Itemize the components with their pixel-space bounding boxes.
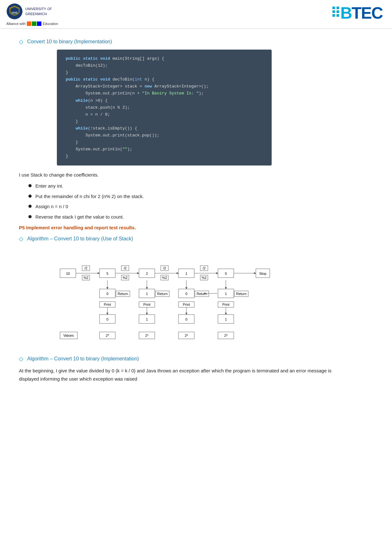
p5-heading: P5 Implement error handling and report t… — [19, 225, 373, 230]
university-logo: UoG UNIVERSITY of GREENWICH — [6, 3, 52, 20]
diamond-icon-2: ◇ — [19, 235, 23, 242]
bullet-dot — [28, 205, 32, 208]
diamond-icon-3: ◇ — [19, 355, 23, 362]
mid-val-0: 0 — [106, 292, 108, 296]
return-label-4: Return — [236, 292, 246, 296]
fpt-block-blue — [37, 21, 41, 26]
box-2: 2 — [146, 272, 148, 275]
mod-label-2: %2 — [123, 276, 128, 280]
section2-heading: ◇ Algorithm – Convert 10 to binary (Use … — [19, 235, 373, 242]
section1-heading: ◇ Convert 10 to binary (Implementation) — [19, 38, 373, 45]
stop-label: Stop — [259, 272, 267, 275]
mid-val-3: 1 — [225, 292, 227, 296]
list-item: Enter any int. — [28, 183, 373, 190]
svg-text:UoG: UoG — [12, 11, 18, 14]
page-header: UoG UNIVERSITY of GREENWICH Alliance wit… — [0, 0, 392, 29]
box-10: 10 — [66, 272, 70, 275]
box-5: 5 — [106, 272, 108, 275]
btec-logo-block: ⠿ BTEC — [330, 3, 383, 21]
btec-dots-icon: ⠿ — [330, 5, 340, 21]
power-3: 2³ — [224, 334, 227, 337]
bullet-text-2: Put the remainder of n chi for 2 (n% 2) … — [35, 193, 144, 200]
mod-label-4: %2 — [202, 276, 207, 280]
algorithm-diagram: 10 /2 %2 5 /2 %2 2 /2 — [51, 247, 297, 349]
return-label-1: Return — [118, 292, 128, 296]
bottom-val-3: 1 — [225, 317, 227, 321]
uni-name-line1: UNIVERSITY — [25, 7, 46, 11]
box-0: 0 — [225, 272, 227, 275]
section3-title: Algorithm – Convert 10 to binary (Implem… — [27, 356, 139, 362]
return-label-3: Return — [196, 292, 207, 296]
list-item: Assign n = n / 0 — [28, 203, 373, 210]
fpt-block-green — [32, 21, 36, 26]
mid-val-1: 1 — [146, 292, 148, 296]
section2-title: Algorithm – Convert 10 to binary (Use of… — [27, 236, 133, 242]
bullet-text-4: Reverse the stack I get the value to cou… — [35, 214, 124, 221]
print-label-4: Print — [222, 303, 230, 306]
bullet-text-1: Enter any int. — [35, 183, 63, 190]
bottom-val-1: 1 — [146, 317, 148, 321]
return-label-2: Return — [157, 292, 167, 296]
diamond-icon-1: ◇ — [19, 38, 23, 45]
logo-left: UoG UNIVERSITY of GREENWICH Alliance wit… — [6, 3, 58, 26]
bullet-dot — [28, 215, 32, 218]
uni-name: UNIVERSITY of GREENWICH — [25, 6, 52, 16]
print-label-1: Print — [104, 303, 111, 306]
body-text-stack: I use Stack to change the coefficients. — [19, 171, 373, 179]
list-item: Put the remainder of n chi for 2 (n% 2) … — [28, 193, 373, 200]
bullet-list: Enter any int. Put the remainder of n ch… — [28, 183, 373, 220]
last-paragraph: At the beginning, I give the value divid… — [19, 367, 335, 383]
bullet-dot — [28, 195, 32, 198]
alliance-label: Alliance with — [6, 22, 26, 26]
main-content: ◇ Convert 10 to binary (Implementation) … — [0, 29, 392, 395]
uni-name-of: of — [47, 7, 52, 11]
print-label-2: Print — [143, 303, 151, 306]
div-label-2: /2 — [124, 266, 126, 270]
power-0: 2⁰ — [106, 334, 109, 337]
bullet-dot — [28, 184, 32, 187]
list-item: Reverse the stack I get the value to cou… — [28, 214, 373, 221]
uni-name-block: UNIVERSITY of GREENWICH — [25, 6, 52, 16]
power-2: 2² — [185, 334, 188, 337]
div-label-3: /2 — [163, 266, 166, 270]
power-1: 2¹ — [145, 334, 148, 337]
div-label-4: /2 — [202, 266, 205, 270]
diagram-svg: 10 /2 %2 5 /2 %2 2 /2 — [51, 247, 297, 348]
fpt-block-orange — [27, 21, 31, 26]
mod-label-3: %2 — [162, 276, 167, 280]
box-1: 1 — [185, 272, 187, 275]
mod-label-1: %2 — [83, 276, 88, 280]
fpt-logo — [27, 21, 41, 26]
values-label: Values — [63, 334, 74, 337]
mid-val-2: 0 — [185, 292, 187, 296]
bottom-val-0: 0 — [106, 317, 108, 321]
print-label-3: Print — [183, 303, 190, 306]
uni-name-line2: GREENWICH — [25, 12, 47, 16]
alliance-row: Alliance with Education — [6, 21, 58, 26]
bullet-text-3: Assign n = n / 0 — [35, 203, 68, 210]
div-label-1: /2 — [84, 266, 87, 270]
btec-text: BTEC — [340, 5, 383, 21]
code-block: public static void main(String[] args) {… — [57, 50, 272, 166]
section1-title: Convert 10 to binary (Implementation) — [27, 39, 112, 45]
education-label: Education — [43, 22, 58, 26]
bottom-val-2: 0 — [185, 317, 187, 321]
shield-icon: UoG — [6, 3, 23, 20]
section3-heading: ◇ Algorithm – Convert 10 to binary (Impl… — [19, 355, 373, 362]
